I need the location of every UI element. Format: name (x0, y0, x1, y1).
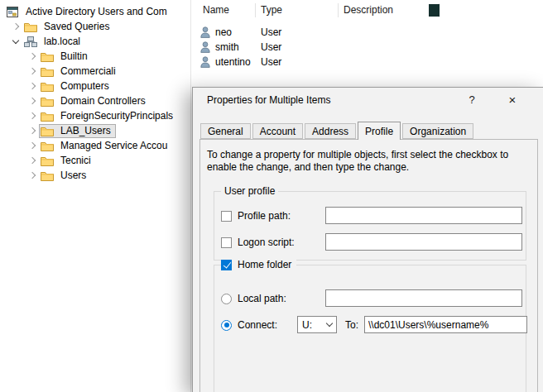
tree-item-label: Tecnici (58, 154, 94, 167)
instruction-text: To change a property for multiple object… (207, 149, 536, 174)
tab-profile[interactable]: Profile (358, 122, 401, 140)
profile-path-checkbox[interactable] (221, 211, 232, 222)
chevron-right-icon[interactable] (29, 112, 36, 119)
dialog-tabs: General Account Address Profile Organiza… (200, 122, 475, 139)
tree-item-label: Builtin (58, 50, 90, 63)
console-icon (6, 7, 19, 17)
tab-account[interactable]: Account (252, 123, 303, 139)
chevron-right-icon[interactable] (29, 157, 36, 164)
tree-item-label: ForeignSecurityPrincipals (58, 109, 175, 122)
user-icon (200, 56, 210, 68)
user-profile-group-label: User profile (221, 185, 278, 197)
tree-item-label: lab.local (41, 35, 83, 48)
tree-item-lab-users[interactable]: LAB_Users (0, 123, 190, 138)
column-header-type[interactable]: Type (261, 4, 282, 16)
aduc-tree-panel: Active Directory Users and Com Saved Que… (0, 0, 191, 392)
tree-item-domain-controllers[interactable]: Domain Controllers (0, 93, 190, 108)
tree-item-tecnici[interactable]: Tecnici (0, 153, 190, 168)
chevron-right-icon[interactable] (29, 83, 36, 89)
profile-tab-page: To change a property for multiple object… (199, 139, 538, 392)
tab-organization[interactable]: Organization (402, 123, 473, 139)
logon-script-row: Logon script: (221, 237, 295, 248)
dialog-title: Properties for Multiple Items (207, 94, 330, 106)
dialog-titlebar[interactable]: Properties for Multiple Items ? × (193, 88, 543, 112)
chevron-right-icon[interactable] (29, 98, 36, 104)
chevron-down-icon (326, 319, 333, 326)
selected-highlight: LAB_Users (39, 124, 116, 138)
folder-icon (41, 155, 54, 166)
tree-item-commerciali[interactable]: Commerciali (0, 64, 190, 79)
column-separator[interactable] (255, 3, 256, 17)
header-dark-artifact (429, 4, 440, 17)
user-profile-group: User profile Profile path: Logon script: (214, 191, 526, 261)
home-folder-checkbox[interactable] (221, 260, 232, 270)
tree-item-label: Computers (58, 79, 112, 93)
connect-radio[interactable] (221, 320, 232, 331)
logon-script-input[interactable] (325, 233, 522, 251)
drive-letter-dropdown[interactable]: U: (297, 316, 337, 333)
item-type: User (261, 26, 281, 38)
chevron-down-icon[interactable] (12, 37, 19, 44)
home-folder-path-input[interactable] (364, 316, 527, 333)
chevron-right-icon[interactable] (29, 53, 36, 60)
list-rows: neo User smith User utentino User (192, 21, 543, 69)
local-path-input[interactable] (325, 289, 522, 307)
folder-icon (41, 96, 54, 107)
tree-item-label: Saved Queries (41, 20, 112, 33)
local-path-label[interactable]: Local path: (238, 293, 286, 304)
tree-item-lab-local[interactable]: lab.local (0, 34, 190, 49)
chevron-right-icon[interactable] (29, 172, 36, 179)
tree-item-label: Managed Service Accou (58, 139, 170, 152)
local-path-row: Local path: (221, 293, 286, 304)
profile-path-label[interactable]: Profile path: (238, 210, 291, 222)
user-icon (200, 41, 210, 53)
chevron-right-icon[interactable] (29, 68, 36, 74)
connect-row: Connect: (221, 319, 277, 331)
tree-item-computers[interactable]: Computers (0, 79, 190, 93)
chevron-right-icon[interactable] (29, 142, 36, 149)
drive-letter-value: U: (302, 319, 312, 331)
item-name: neo (215, 26, 232, 38)
tree-item-label: Domain Controllers (58, 94, 148, 108)
folder-icon (24, 22, 37, 32)
home-folder-group: Home folder Local path: Connect: U: To: (214, 265, 526, 392)
connect-label[interactable]: Connect: (238, 319, 277, 331)
tab-general[interactable]: General (200, 123, 251, 139)
to-label: To: (345, 319, 358, 331)
chevron-right-icon[interactable] (29, 127, 36, 134)
item-type: User (261, 41, 281, 53)
profile-path-row: Profile path: (221, 210, 291, 222)
item-name: smith (215, 41, 239, 53)
folder-icon (41, 111, 54, 122)
list-item-smith[interactable]: smith User (192, 40, 543, 55)
list-header: Name Type Description (192, 0, 543, 21)
tree-item-managed-service-accounts[interactable]: Managed Service Accou (0, 138, 190, 153)
tree-item-users[interactable]: Users (0, 168, 190, 183)
tree-item-root[interactable]: Active Directory Users and Com (0, 4, 190, 19)
local-path-radio[interactable] (221, 294, 232, 304)
close-button[interactable]: × (493, 88, 532, 112)
tree-item-label: Users (58, 169, 89, 182)
column-header-name[interactable]: Name (203, 4, 229, 16)
list-item-utentino[interactable]: utentino User (192, 55, 543, 69)
folder-icon (41, 51, 54, 62)
folder-icon (41, 170, 54, 181)
column-separator[interactable] (338, 3, 339, 17)
list-item-neo[interactable]: neo User (192, 25, 543, 40)
tree-item-label: Active Directory Users and Com (23, 5, 170, 18)
tree-item-builtin[interactable]: Builtin (0, 49, 190, 64)
item-type: User (261, 56, 281, 68)
item-name: utentino (215, 56, 251, 68)
properties-dialog: Properties for Multiple Items ? × Genera… (192, 87, 543, 392)
user-icon (200, 26, 210, 38)
tab-address[interactable]: Address (305, 123, 356, 139)
home-folder-label[interactable]: Home folder (238, 259, 291, 270)
tree-item-saved-queries[interactable]: Saved Queries (0, 19, 190, 34)
profile-path-input[interactable] (325, 207, 522, 224)
logon-script-label[interactable]: Logon script: (238, 237, 295, 248)
column-header-description[interactable]: Description (344, 4, 393, 16)
help-button[interactable]: ? (456, 88, 488, 112)
logon-script-checkbox[interactable] (221, 237, 232, 248)
tree-item-foreign-security-principals[interactable]: ForeignSecurityPrincipals (0, 108, 190, 123)
chevron-right-icon[interactable] (12, 23, 19, 30)
